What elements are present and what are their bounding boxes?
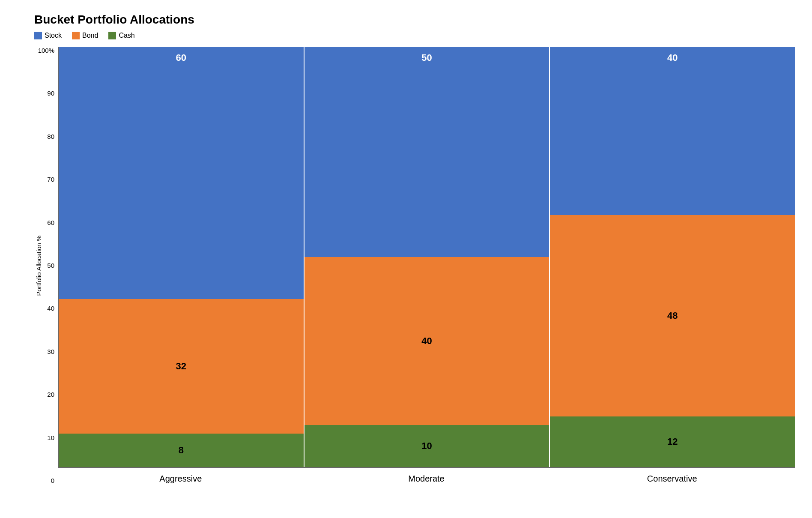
conservative-cash-label: 12 (667, 436, 678, 447)
aggressive-cash-label: 8 (179, 445, 184, 456)
y-tick-0: 0 (51, 477, 54, 484)
legend-stock-label: Stock (45, 32, 62, 39)
moderate-cash-label: 10 (421, 440, 432, 452)
bond-swatch (72, 32, 80, 39)
conservative-stock-label: 40 (667, 52, 678, 63)
x-labels: Aggressive Moderate Conservative (58, 468, 795, 484)
moderate-bond-label: 40 (421, 335, 432, 347)
conservative-cash: 12 (550, 416, 795, 467)
bar-conservative: 12 48 40 (550, 47, 795, 467)
legend: Stock Bond Cash (34, 32, 795, 39)
legend-stock: Stock (34, 32, 62, 39)
moderate-stock-label: 50 (421, 52, 432, 63)
conservative-stock: 40 (550, 47, 795, 215)
legend-bond: Bond (72, 32, 98, 39)
moderate-cash: 10 (304, 425, 549, 467)
aggressive-bond: 32 (59, 299, 304, 434)
y-tick-50: 50 (47, 262, 54, 269)
legend-bond-label: Bond (82, 32, 98, 39)
y-tick-10: 10 (47, 434, 54, 441)
moderate-stock: 50 (304, 47, 549, 257)
bars-row: 8 32 60 10 (58, 47, 795, 468)
chart-area: Portfolio Allocation % 100% 90 80 70 60 … (34, 47, 795, 484)
conservative-bond: 48 (550, 215, 795, 416)
stock-swatch (34, 32, 42, 39)
bars-and-x: 8 32 60 10 (58, 47, 795, 484)
x-label-conservative: Conservative (549, 468, 795, 484)
y-tick-40: 40 (47, 305, 54, 311)
y-tick-80: 80 (47, 133, 54, 140)
aggressive-cash: 8 (59, 434, 304, 467)
moderate-bond: 40 (304, 257, 549, 425)
legend-cash-label: Cash (119, 32, 134, 39)
y-axis-label: Portfolio Allocation % (35, 235, 42, 296)
cash-swatch (108, 32, 116, 39)
y-tick-70: 70 (47, 176, 54, 183)
y-tick-90: 90 (47, 90, 54, 96)
aggressive-bond-label: 32 (176, 361, 186, 372)
y-tick-60: 60 (47, 219, 54, 226)
y-axis: Portfolio Allocation % 100% 90 80 70 60 … (34, 47, 58, 484)
x-axis: Aggressive Moderate Conservative (58, 468, 795, 484)
aggressive-stock-label: 60 (176, 52, 186, 63)
y-tick-30: 30 (47, 348, 54, 355)
chart-container: Bucket Portfolio Allocations Stock Bond … (0, 0, 812, 518)
y-tick-100: 100% (38, 47, 54, 54)
bar-aggressive: 8 32 60 (59, 47, 304, 467)
legend-cash: Cash (108, 32, 134, 39)
aggressive-stock: 60 (59, 47, 304, 299)
chart-title: Bucket Portfolio Allocations (34, 13, 795, 27)
y-tick-20: 20 (47, 391, 54, 398)
x-label-moderate: Moderate (304, 468, 549, 484)
conservative-bond-label: 48 (667, 310, 678, 321)
x-label-aggressive: Aggressive (58, 468, 304, 484)
bar-moderate: 10 40 50 (304, 47, 550, 467)
